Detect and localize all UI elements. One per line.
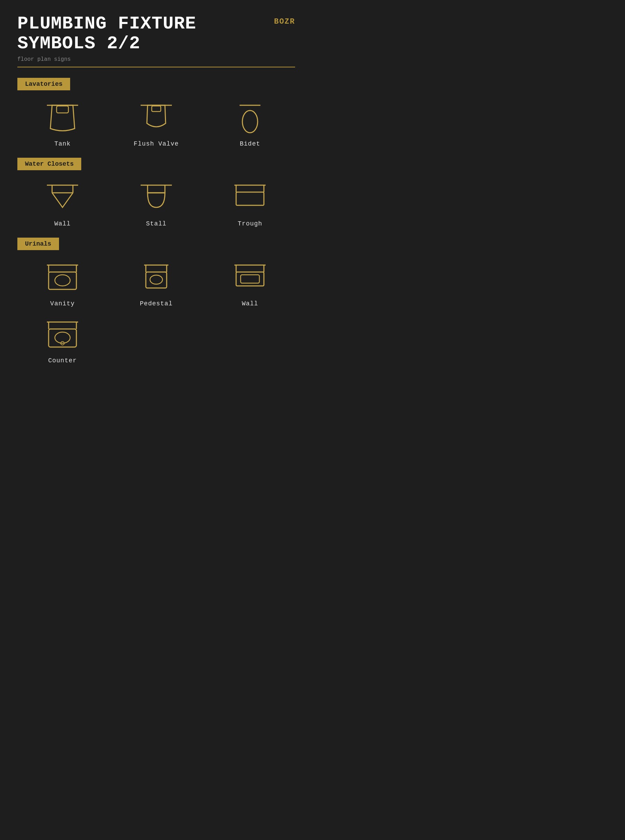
svg-rect-1 — [57, 106, 68, 113]
section-label-water-closets: Water Closets — [17, 158, 81, 170]
svg-point-5 — [243, 111, 258, 133]
wc-trough-label: Trough — [238, 220, 263, 227]
fixture-urinal-pedestal: Pedestal — [111, 260, 201, 307]
tank-icon — [40, 101, 85, 136]
flush-valve-icon — [134, 101, 179, 136]
fixture-urinal-vanity: Vanity — [17, 260, 108, 307]
wc-wall-label: Wall — [54, 220, 70, 227]
section-urinals: Urinals Vanity — [17, 238, 295, 364]
flush-valve-label: Flush Valve — [134, 140, 179, 147]
svg-rect-32 — [241, 275, 260, 283]
urinal-counter-label: Counter — [48, 357, 77, 364]
svg-point-22 — [55, 275, 70, 286]
urinal-pedestal-icon — [134, 260, 179, 295]
tank-label: Tank — [54, 140, 70, 147]
fixture-tank: Tank — [17, 101, 108, 147]
water-closets-grid: Wall Stall — [17, 181, 295, 227]
section-label-urinals: Urinals — [17, 238, 59, 250]
section-lavatories: Lavatories Tank — [17, 78, 295, 147]
page-subtitle: floor plan signs — [17, 56, 295, 62]
section-label-lavatories: Lavatories — [17, 78, 70, 90]
svg-rect-17 — [236, 192, 264, 205]
page-header: PLUMBING FIXTURE SYMBOLS 2/2 floor plan … — [17, 14, 295, 62]
fixture-flush-valve: Flush Valve — [111, 101, 201, 147]
fixture-bidet: Bidet — [205, 101, 295, 147]
urinal-vanity-icon — [40, 260, 85, 295]
wc-wall-icon — [40, 181, 85, 215]
fixture-wc-stall: Stall — [111, 181, 201, 227]
urinal-wall-label: Wall — [242, 300, 258, 307]
svg-point-27 — [150, 275, 163, 284]
fixture-wc-trough: Trough — [205, 181, 295, 227]
urinals-grid: Vanity Pedestal — [17, 260, 295, 307]
urinals-counter-row: Counter — [17, 318, 295, 364]
urinal-vanity-label: Vanity — [50, 300, 75, 307]
lavatories-grid: Tank Flush Valve — [17, 101, 295, 147]
svg-rect-26 — [146, 272, 167, 288]
urinal-wall-icon — [227, 260, 272, 295]
fixture-urinal-wall: Wall — [205, 260, 295, 307]
wc-trough-icon — [227, 181, 272, 215]
urinal-pedestal-label: Pedestal — [140, 300, 173, 307]
wc-stall-icon — [134, 181, 179, 215]
svg-rect-3 — [152, 106, 161, 112]
wc-stall-label: Stall — [146, 220, 166, 227]
section-water-closets: Water Closets Wall — [17, 158, 295, 227]
header-divider — [17, 67, 295, 67]
bidet-icon — [227, 101, 272, 136]
urinal-counter-icon — [40, 318, 85, 352]
fixture-urinal-counter: Counter — [17, 318, 108, 364]
brand-logo: BOZR — [274, 17, 295, 26]
fixture-wc-wall: Wall — [17, 181, 108, 227]
page-title: PLUMBING FIXTURE SYMBOLS 2/2 — [17, 14, 295, 53]
bidet-label: Bidet — [239, 140, 260, 147]
